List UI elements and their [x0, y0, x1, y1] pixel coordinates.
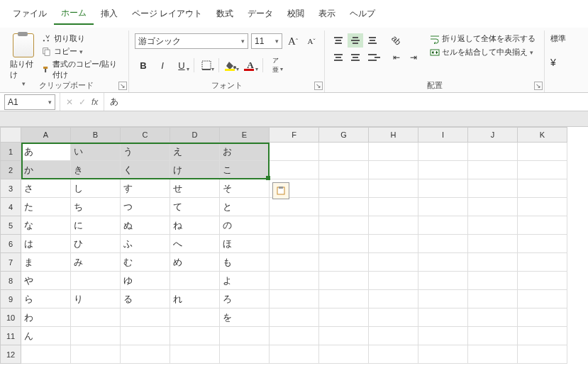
align-middle-button[interactable] [348, 33, 363, 48]
cell[interactable]: め [170, 253, 220, 272]
cell[interactable] [468, 253, 518, 272]
cell[interactable]: ん [21, 327, 71, 345]
cell[interactable] [518, 290, 567, 308]
cell[interactable] [369, 345, 418, 364]
cell[interactable] [319, 179, 369, 198]
cell[interactable] [220, 327, 270, 345]
cell[interactable]: ぬ [121, 216, 170, 235]
menu-item-page-layout[interactable]: ページ レイアウト [125, 4, 209, 24]
cell[interactable]: せ [170, 179, 220, 198]
cell[interactable]: け [170, 161, 220, 179]
cell[interactable] [369, 308, 418, 327]
column-header-C[interactable]: C [121, 127, 170, 143]
cell[interactable] [468, 345, 518, 364]
row-header-11[interactable]: 11 [0, 327, 21, 345]
cell[interactable] [121, 345, 170, 364]
bold-button[interactable]: B [135, 57, 152, 73]
cell[interactable]: と [220, 198, 270, 216]
row-header-3[interactable]: 3 [0, 179, 21, 198]
accept-formula-button[interactable]: ✓ [79, 97, 86, 107]
cell[interactable] [369, 253, 418, 272]
cell[interactable] [71, 308, 121, 327]
cell[interactable] [518, 198, 567, 216]
cell[interactable] [170, 308, 220, 327]
currency-button[interactable]: ¥ [550, 57, 567, 68]
cell[interactable] [518, 308, 567, 327]
cell[interactable]: ゆ [121, 272, 170, 290]
underline-button[interactable]: U [173, 57, 190, 73]
cell[interactable] [518, 143, 567, 161]
cell[interactable] [71, 345, 121, 364]
cell[interactable]: か [21, 161, 71, 179]
clipboard-dialog-launcher[interactable]: ↘ [118, 82, 127, 90]
cell[interactable] [270, 290, 319, 308]
cell[interactable] [418, 327, 468, 345]
cell[interactable]: く [121, 161, 170, 179]
cell[interactable] [319, 143, 369, 161]
font-size-select[interactable]: 11 ▾ [251, 33, 282, 49]
cell[interactable] [418, 345, 468, 364]
row-header-8[interactable]: 8 [0, 272, 21, 290]
cell[interactable] [369, 161, 418, 179]
row-header-5[interactable]: 5 [0, 216, 21, 235]
cell[interactable] [369, 143, 418, 161]
cell[interactable] [319, 216, 369, 235]
border-button[interactable] [198, 57, 215, 73]
orientation-button[interactable]: ab [389, 33, 404, 48]
menu-item-view[interactable]: 表示 [311, 4, 343, 24]
cell[interactable]: ろ [220, 290, 270, 308]
cell[interactable] [518, 235, 567, 253]
cell[interactable] [319, 198, 369, 216]
fx-button[interactable]: fx [91, 97, 98, 107]
cell[interactable]: な [21, 216, 71, 235]
column-header-G[interactable]: G [319, 127, 369, 143]
cell[interactable] [518, 216, 567, 235]
cell[interactable] [220, 345, 270, 364]
menu-item-data[interactable]: データ [240, 4, 280, 24]
cell[interactable]: わ [21, 308, 71, 327]
shrink-font-button[interactable]: Aˇ [304, 33, 319, 49]
cell[interactable] [518, 272, 567, 290]
font-name-select[interactable]: 游ゴシック ▾ [135, 33, 248, 49]
cell[interactable]: も [220, 253, 270, 272]
paste-button[interactable]: 貼り付け ▾ [10, 33, 38, 87]
cell[interactable]: お [220, 143, 270, 161]
cell[interactable]: や [21, 272, 71, 290]
cell[interactable]: ふ [121, 235, 170, 253]
align-bottom-button[interactable] [365, 33, 380, 48]
cell[interactable] [418, 235, 468, 253]
cell[interactable] [418, 198, 468, 216]
cell[interactable] [468, 198, 518, 216]
cell[interactable] [319, 327, 369, 345]
cell[interactable] [468, 161, 518, 179]
indent-decrease-button[interactable]: ⇤ [389, 50, 404, 65]
phonetic-button[interactable]: ア亜 [267, 57, 284, 73]
cancel-formula-button[interactable]: ✕ [66, 97, 73, 107]
cell[interactable]: を [220, 308, 270, 327]
cell[interactable] [468, 179, 518, 198]
cell[interactable] [369, 179, 418, 198]
merge-center-button[interactable]: セルを結合して中央揃え ▾ [430, 47, 536, 57]
cell[interactable] [270, 161, 319, 179]
cell[interactable]: ら [21, 290, 71, 308]
column-header-K[interactable]: K [518, 127, 567, 143]
cell[interactable] [170, 345, 220, 364]
cell[interactable] [418, 143, 468, 161]
row-header-1[interactable]: 1 [0, 143, 21, 161]
copy-button[interactable]: コピー ▾ [42, 46, 123, 57]
column-header-B[interactable]: B [71, 127, 121, 143]
row-header-2[interactable]: 2 [0, 161, 21, 179]
menu-item-file[interactable]: ファイル [6, 4, 54, 24]
cell[interactable] [518, 161, 567, 179]
fill-color-button[interactable] [223, 57, 240, 73]
cell[interactable] [418, 161, 468, 179]
paste-options-button[interactable] [272, 182, 289, 199]
column-header-E[interactable]: E [220, 127, 270, 143]
cell[interactable] [518, 179, 567, 198]
number-format-select[interactable]: 標準 [550, 30, 569, 44]
grow-font-button[interactable]: Aˆ [285, 33, 301, 49]
cell[interactable]: ほ [220, 235, 270, 253]
cell[interactable] [418, 290, 468, 308]
italic-button[interactable]: I [154, 57, 171, 73]
cell[interactable] [21, 345, 71, 364]
